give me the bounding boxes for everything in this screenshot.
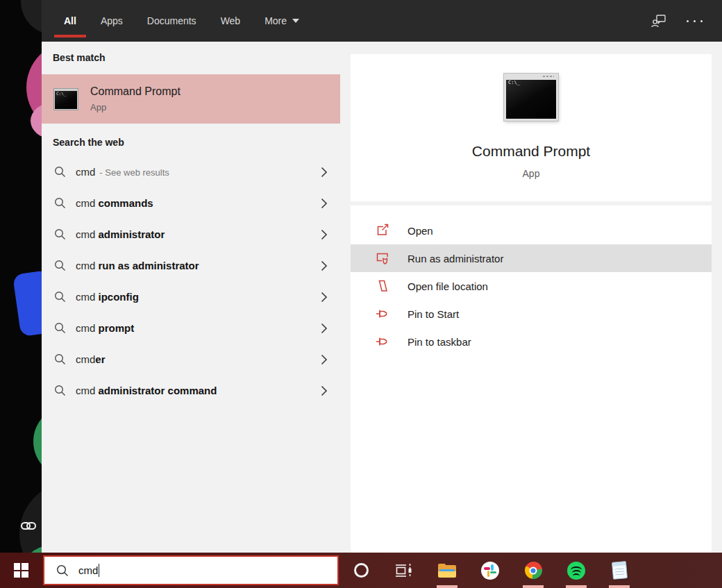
chevron-right-icon[interactable]	[321, 167, 328, 178]
action-label: Open file location	[408, 280, 488, 292]
context-actions-panel: Open Run as administrator Open file loca…	[351, 205, 712, 553]
chevron-right-icon[interactable]	[321, 229, 328, 240]
chrome-icon	[525, 562, 542, 579]
web-suggestion-row[interactable]: cmd prompt	[42, 312, 340, 344]
web-suggestions-list: cmd- See web results cmd commands cmd ad…	[42, 156, 340, 406]
search-icon	[56, 564, 69, 577]
search-query-text: cmd	[78, 564, 98, 576]
search-icon	[54, 166, 66, 178]
action-label: Pin to taskbar	[408, 336, 471, 348]
search-header: All Apps Documents Web More	[42, 0, 722, 42]
best-match-text: Command Prompt App	[90, 85, 180, 112]
chevron-right-icon[interactable]	[321, 198, 328, 209]
suggestion-text: cmd administrator command	[76, 385, 217, 396]
file-location-icon	[376, 279, 389, 293]
search-icon	[54, 228, 66, 240]
suggestion-text: cmd ipconfig	[76, 291, 139, 303]
preview-panel: C:\_ Command Prompt App	[351, 54, 712, 201]
search-results-panel: Best match C:\_ Command Prompt App Searc…	[42, 42, 340, 553]
suggestion-text: cmd run as administrator	[76, 260, 199, 271]
suggestion-text: cmd- See web results	[76, 166, 169, 178]
link-icon	[20, 519, 37, 532]
tab-documents[interactable]: Documents	[147, 0, 196, 42]
task-view-icon	[395, 563, 413, 578]
taskbar: cmd	[0, 553, 722, 588]
file-explorer-button[interactable]	[426, 553, 469, 588]
taskbar-search-input[interactable]: cmd	[43, 555, 339, 585]
web-suggestion-row[interactable]: cmd ipconfig	[42, 281, 340, 312]
best-match-title: Command Prompt	[90, 85, 180, 98]
pin-icon	[376, 335, 389, 348]
preview-title: Command Prompt	[472, 143, 590, 160]
tab-documents-label: Documents	[147, 15, 196, 26]
running-indicator	[566, 585, 587, 588]
search-icon	[54, 322, 66, 334]
pin-icon	[376, 307, 389, 321]
spotify-icon	[567, 562, 585, 580]
chevron-down-icon	[292, 19, 299, 23]
wallpaper-dark-circle	[21, 0, 42, 35]
web-suggestion-row[interactable]: cmd run as administrator	[42, 250, 340, 281]
search-icon	[54, 385, 66, 396]
web-suggestion-row[interactable]: cmd commands	[42, 187, 340, 219]
chevron-right-icon[interactable]	[321, 385, 328, 396]
task-view-button[interactable]	[383, 553, 426, 588]
tab-web-label: Web	[221, 15, 241, 26]
wallpaper-green-circle	[33, 405, 42, 478]
feedback-person-icon[interactable]	[650, 12, 667, 29]
wallpaper-blue-shape	[12, 270, 42, 337]
cortana-button[interactable]	[339, 553, 383, 588]
tab-more[interactable]: More	[265, 0, 299, 42]
tab-all[interactable]: All	[64, 0, 76, 42]
action-label: Run as administrator	[408, 253, 503, 264]
best-match-heading: Best match	[53, 52, 105, 63]
chevron-right-icon[interactable]	[321, 260, 328, 271]
preview-type: App	[523, 168, 540, 179]
action-pin-to-taskbar[interactable]: Pin to taskbar	[351, 328, 712, 355]
start-button[interactable]	[0, 553, 42, 588]
slack-button[interactable]	[469, 553, 512, 588]
action-open-file-location[interactable]: Open file location	[351, 272, 712, 300]
tab-web[interactable]: Web	[221, 0, 241, 42]
search-icon	[54, 353, 66, 365]
web-suggestion-row[interactable]: cmder	[42, 344, 340, 375]
desktop-wallpaper	[0, 0, 42, 588]
tab-apps-label: Apps	[101, 15, 123, 26]
search-icon	[54, 197, 66, 209]
header-actions	[650, 0, 703, 42]
web-suggestion-row[interactable]: cmd administrator command	[42, 375, 340, 406]
taskbar-icons	[339, 553, 641, 588]
windows-logo-icon	[14, 563, 28, 578]
best-match-type: App	[90, 102, 180, 112]
run-admin-shield-icon	[376, 251, 389, 265]
open-icon	[376, 224, 389, 237]
command-prompt-icon-large: C:\_	[504, 74, 558, 121]
spotify-button[interactable]	[555, 553, 598, 588]
suggestion-text: cmd prompt	[76, 322, 134, 334]
suggestion-text: cmd commands	[76, 197, 153, 209]
best-match-result-command-prompt[interactable]: C:\_ Command Prompt App	[42, 74, 340, 124]
suggestion-text: cmd administrator	[76, 228, 165, 240]
chevron-right-icon[interactable]	[321, 323, 328, 334]
text-caret	[99, 564, 99, 577]
action-pin-to-start[interactable]: Pin to Start	[351, 300, 712, 328]
search-icon	[54, 260, 66, 271]
notepad-button[interactable]	[598, 553, 641, 588]
tab-apps[interactable]: Apps	[101, 0, 123, 42]
action-label: Open	[408, 225, 433, 237]
action-open[interactable]: Open	[351, 217, 712, 244]
suggestion-text: cmder	[76, 353, 106, 365]
chrome-button[interactable]	[512, 553, 555, 588]
running-indicator	[437, 585, 457, 588]
more-options-ellipsis-icon[interactable]	[687, 20, 703, 22]
slack-icon	[481, 562, 499, 580]
action-label: Pin to Start	[408, 308, 459, 320]
command-prompt-icon: C:\_	[54, 89, 78, 110]
notepad-icon	[611, 561, 627, 580]
action-run-as-administrator[interactable]: Run as administrator	[351, 244, 712, 272]
chevron-right-icon[interactable]	[321, 292, 328, 303]
web-suggestion-row[interactable]: cmd- See web results	[42, 156, 340, 187]
file-explorer-icon	[438, 564, 456, 578]
chevron-right-icon[interactable]	[321, 354, 328, 365]
web-suggestion-row[interactable]: cmd administrator	[42, 219, 340, 250]
